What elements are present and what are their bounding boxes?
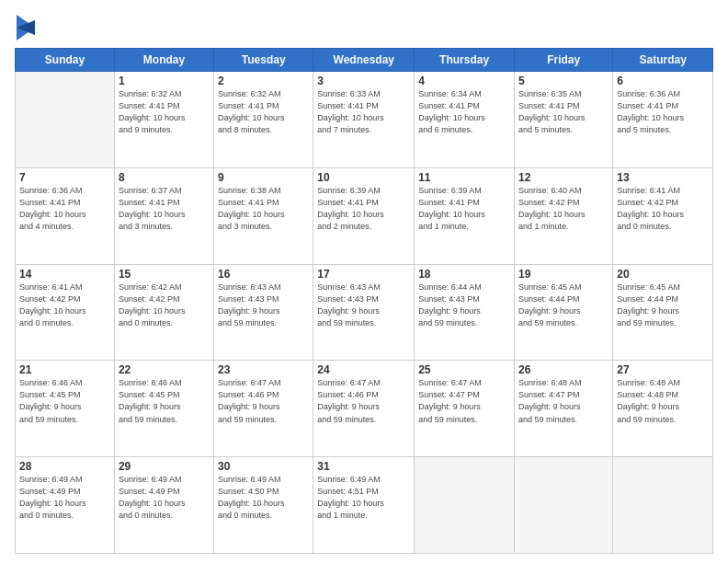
calendar-cell: 7Sunrise: 6:36 AMSunset: 4:41 PMDaylight… xyxy=(16,167,115,264)
day-number: 2 xyxy=(218,75,309,87)
day-number: 22 xyxy=(119,363,210,376)
calendar-cell: 23Sunrise: 6:47 AMSunset: 4:46 PMDayligh… xyxy=(214,361,313,457)
logo xyxy=(15,17,35,40)
calendar-cell: 6Sunrise: 6:36 AMSunset: 4:41 PMDaylight… xyxy=(613,72,713,168)
day-info: Sunrise: 6:47 AMSunset: 4:46 PMDaylight:… xyxy=(317,377,410,425)
day-number: 6 xyxy=(617,75,709,87)
calendar-cell: 10Sunrise: 6:39 AMSunset: 4:41 PMDayligh… xyxy=(313,167,415,264)
calendar-cell: 15Sunrise: 6:42 AMSunset: 4:42 PMDayligh… xyxy=(114,264,213,361)
calendar-cell: 18Sunrise: 6:44 AMSunset: 4:43 PMDayligh… xyxy=(415,264,515,361)
day-number: 23 xyxy=(218,363,309,376)
day-info: Sunrise: 6:41 AMSunset: 4:42 PMDaylight:… xyxy=(617,185,709,233)
day-info: Sunrise: 6:44 AMSunset: 4:43 PMDaylight:… xyxy=(418,282,510,329)
calendar-cell: 11Sunrise: 6:39 AMSunset: 4:41 PMDayligh… xyxy=(415,167,515,264)
week-row-3: 21Sunrise: 6:46 AMSunset: 4:45 PMDayligh… xyxy=(16,361,713,457)
day-number: 19 xyxy=(518,268,609,281)
day-info: Sunrise: 6:48 AMSunset: 4:48 PMDaylight:… xyxy=(617,377,709,425)
weekday-header-monday: Monday xyxy=(114,49,213,72)
day-info: Sunrise: 6:33 AMSunset: 4:41 PMDaylight:… xyxy=(317,88,410,136)
calendar-cell: 25Sunrise: 6:47 AMSunset: 4:47 PMDayligh… xyxy=(415,361,515,457)
calendar-cell: 5Sunrise: 6:35 AMSunset: 4:41 PMDaylight… xyxy=(515,72,613,168)
calendar-cell: 31Sunrise: 6:49 AMSunset: 4:51 PMDayligh… xyxy=(313,457,415,554)
calendar-cell: 2Sunrise: 6:32 AMSunset: 4:41 PMDaylight… xyxy=(214,72,313,168)
calendar-cell: 17Sunrise: 6:43 AMSunset: 4:43 PMDayligh… xyxy=(313,264,415,361)
calendar-cell xyxy=(613,457,713,554)
day-number: 18 xyxy=(418,268,510,281)
weekday-header-row: SundayMondayTuesdayWednesdayThursdayFrid… xyxy=(16,49,713,72)
day-number: 16 xyxy=(218,268,309,281)
calendar-cell: 22Sunrise: 6:46 AMSunset: 4:45 PMDayligh… xyxy=(114,361,213,457)
calendar-cell xyxy=(16,72,115,168)
calendar-cell: 1Sunrise: 6:32 AMSunset: 4:41 PMDaylight… xyxy=(114,72,213,168)
day-info: Sunrise: 6:35 AMSunset: 4:41 PMDaylight:… xyxy=(518,88,609,136)
week-row-0: 1Sunrise: 6:32 AMSunset: 4:41 PMDaylight… xyxy=(16,72,713,168)
day-number: 10 xyxy=(317,171,410,184)
weekday-header-wednesday: Wednesday xyxy=(313,49,415,72)
day-info: Sunrise: 6:45 AMSunset: 4:44 PMDaylight:… xyxy=(518,282,609,329)
day-info: Sunrise: 6:37 AMSunset: 4:41 PMDaylight:… xyxy=(119,185,210,233)
week-row-1: 7Sunrise: 6:36 AMSunset: 4:41 PMDaylight… xyxy=(16,167,713,264)
day-info: Sunrise: 6:38 AMSunset: 4:41 PMDaylight:… xyxy=(218,185,309,233)
day-number: 11 xyxy=(418,171,510,184)
day-number: 1 xyxy=(119,75,210,87)
day-info: Sunrise: 6:48 AMSunset: 4:47 PMDaylight:… xyxy=(518,377,609,425)
calendar-cell: 27Sunrise: 6:48 AMSunset: 4:48 PMDayligh… xyxy=(613,361,713,457)
day-number: 13 xyxy=(617,171,709,184)
day-info: Sunrise: 6:46 AMSunset: 4:45 PMDaylight:… xyxy=(19,377,110,425)
calendar: SundayMondayTuesdayWednesdayThursdayFrid… xyxy=(15,48,713,554)
day-info: Sunrise: 6:36 AMSunset: 4:41 PMDaylight:… xyxy=(617,88,709,136)
day-info: Sunrise: 6:45 AMSunset: 4:44 PMDaylight:… xyxy=(617,282,709,329)
day-info: Sunrise: 6:47 AMSunset: 4:47 PMDaylight:… xyxy=(418,377,510,425)
week-row-2: 14Sunrise: 6:41 AMSunset: 4:42 PMDayligh… xyxy=(16,264,713,361)
calendar-cell: 13Sunrise: 6:41 AMSunset: 4:42 PMDayligh… xyxy=(613,167,713,264)
calendar-cell xyxy=(415,457,515,554)
day-number: 8 xyxy=(119,171,210,184)
weekday-header-friday: Friday xyxy=(515,49,613,72)
day-number: 12 xyxy=(518,171,609,184)
calendar-cell: 16Sunrise: 6:43 AMSunset: 4:43 PMDayligh… xyxy=(214,264,313,361)
day-number: 14 xyxy=(19,268,110,281)
page: SundayMondayTuesdayWednesdayThursdayFrid… xyxy=(0,0,728,563)
day-number: 24 xyxy=(317,363,410,376)
calendar-cell: 8Sunrise: 6:37 AMSunset: 4:41 PMDaylight… xyxy=(114,167,213,264)
weekday-header-sunday: Sunday xyxy=(16,49,115,72)
calendar-cell: 21Sunrise: 6:46 AMSunset: 4:45 PMDayligh… xyxy=(16,361,115,457)
day-info: Sunrise: 6:47 AMSunset: 4:46 PMDaylight:… xyxy=(218,377,309,425)
calendar-cell: 30Sunrise: 6:49 AMSunset: 4:50 PMDayligh… xyxy=(214,457,313,554)
day-number: 27 xyxy=(617,363,709,376)
calendar-cell: 9Sunrise: 6:38 AMSunset: 4:41 PMDaylight… xyxy=(214,167,313,264)
day-number: 5 xyxy=(518,75,609,87)
day-info: Sunrise: 6:49 AMSunset: 4:49 PMDaylight:… xyxy=(119,474,210,522)
day-number: 29 xyxy=(119,460,210,473)
day-number: 20 xyxy=(617,268,709,281)
day-info: Sunrise: 6:43 AMSunset: 4:43 PMDaylight:… xyxy=(218,282,309,329)
day-number: 26 xyxy=(518,363,609,376)
calendar-cell: 28Sunrise: 6:49 AMSunset: 4:49 PMDayligh… xyxy=(16,457,115,554)
day-number: 25 xyxy=(418,363,510,376)
day-info: Sunrise: 6:32 AMSunset: 4:41 PMDaylight:… xyxy=(119,88,210,136)
calendar-cell: 24Sunrise: 6:47 AMSunset: 4:46 PMDayligh… xyxy=(313,361,415,457)
week-row-4: 28Sunrise: 6:49 AMSunset: 4:49 PMDayligh… xyxy=(16,457,713,554)
day-info: Sunrise: 6:32 AMSunset: 4:41 PMDaylight:… xyxy=(218,88,309,136)
calendar-cell: 19Sunrise: 6:45 AMSunset: 4:44 PMDayligh… xyxy=(515,264,613,361)
day-number: 30 xyxy=(218,460,309,473)
day-info: Sunrise: 6:42 AMSunset: 4:42 PMDaylight:… xyxy=(119,282,210,329)
day-number: 7 xyxy=(19,171,110,184)
calendar-cell: 14Sunrise: 6:41 AMSunset: 4:42 PMDayligh… xyxy=(16,264,115,361)
day-info: Sunrise: 6:49 AMSunset: 4:49 PMDaylight:… xyxy=(19,474,110,522)
weekday-header-saturday: Saturday xyxy=(613,49,713,72)
day-info: Sunrise: 6:34 AMSunset: 4:41 PMDaylight:… xyxy=(418,88,510,136)
day-number: 28 xyxy=(19,460,110,473)
day-info: Sunrise: 6:46 AMSunset: 4:45 PMDaylight:… xyxy=(119,377,210,425)
calendar-cell: 26Sunrise: 6:48 AMSunset: 4:47 PMDayligh… xyxy=(515,361,613,457)
logo-icon xyxy=(17,15,35,40)
day-number: 3 xyxy=(317,75,410,87)
day-number: 31 xyxy=(317,460,410,473)
calendar-cell: 4Sunrise: 6:34 AMSunset: 4:41 PMDaylight… xyxy=(415,72,515,168)
day-number: 21 xyxy=(19,363,110,376)
day-number: 4 xyxy=(418,75,510,87)
header xyxy=(15,13,713,40)
calendar-cell: 3Sunrise: 6:33 AMSunset: 4:41 PMDaylight… xyxy=(313,72,415,168)
day-number: 15 xyxy=(119,268,210,281)
calendar-cell: 29Sunrise: 6:49 AMSunset: 4:49 PMDayligh… xyxy=(114,457,213,554)
